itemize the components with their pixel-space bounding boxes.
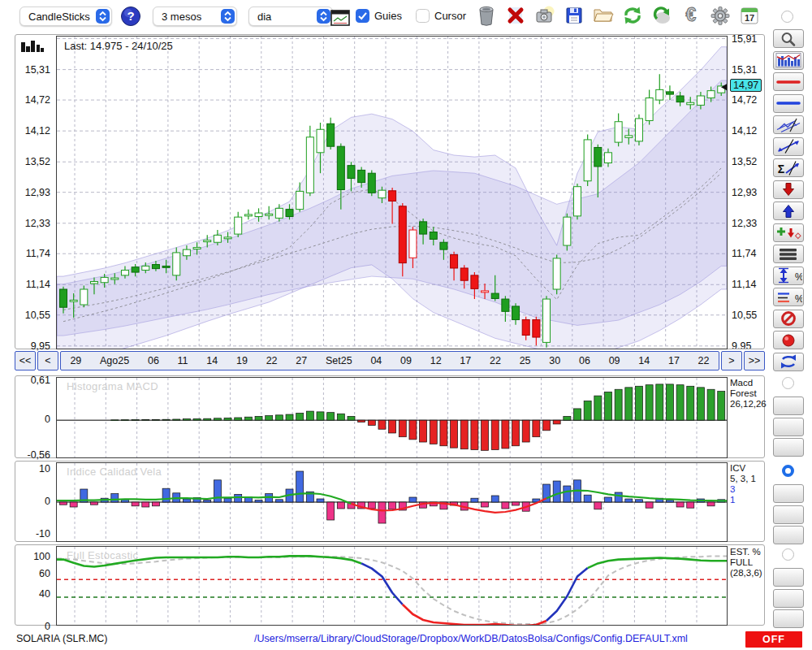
date-tick: 12: [430, 355, 442, 366]
record-button[interactable]: [773, 331, 804, 349]
price-tick: 11,74: [26, 248, 50, 259]
zoom-button[interactable]: [773, 29, 804, 48]
price-tick: 14,12: [732, 125, 757, 136]
price-tick: 14,72: [25, 94, 50, 106]
price-chart[interactable]: Last: 14.975 - 24/10/25: [56, 36, 728, 349]
stoch-signals-button[interactable]: [773, 568, 804, 587]
icv-chart[interactable]: Indice Calidad Vela: [56, 462, 728, 542]
trendline-button[interactable]: [773, 137, 804, 156]
euro-icon: €: [681, 6, 701, 25]
euro-button[interactable]: €: [680, 4, 702, 27]
date-tick: 09: [609, 355, 620, 366]
settings-icon: [710, 6, 731, 26]
snapshot-icon: [534, 6, 555, 25]
price-tick: 9,95: [732, 340, 751, 349]
range-percent-button[interactable]: %: [773, 266, 804, 285]
stochastic-settings-label: EST. % FULL (28,3,6): [730, 547, 762, 578]
macd-panel-radio[interactable]: [782, 377, 794, 389]
date-tick: 17: [668, 355, 680, 366]
guies-checkbox[interactable]: Guies: [356, 9, 402, 23]
macd-curves-button[interactable]: [773, 438, 804, 457]
guies-label: Guies: [374, 10, 402, 22]
date-tick: 11: [178, 355, 188, 366]
stochastic-watermark: Full Estocastic: [67, 549, 138, 561]
macd-lines-percent-button[interactable]: [773, 418, 804, 436]
blue-line-icon: [775, 95, 802, 111]
help-button[interactable]: ?: [120, 6, 141, 27]
macd-signals-button[interactable]: [773, 396, 804, 415]
icv-tick: 10: [39, 463, 50, 474]
scroll-end-button[interactable]: >>: [744, 351, 765, 370]
volume-chart-button[interactable]: [773, 51, 804, 70]
record-icon: [775, 332, 802, 349]
delete-button[interactable]: [504, 4, 526, 27]
toolbar: CandleSticks ? 3 mesos dia: [0, 0, 812, 32]
zoom-icon: [775, 31, 802, 47]
chart-type-select[interactable]: CandleSticks: [19, 6, 112, 26]
date-tick: 22: [490, 355, 501, 366]
cursor-checkbox[interactable]: Cursor: [416, 9, 466, 23]
symbol-label: SOLARIA (SLR.MC): [16, 633, 108, 644]
stochastic-chart[interactable]: Full Estocastic: [56, 546, 728, 626]
levels-button[interactable]: [773, 245, 804, 263]
scroll-left-button[interactable]: <: [37, 351, 58, 370]
stoch-panel-radio[interactable]: [782, 548, 794, 561]
lines-percent-button[interactable]: %: [773, 288, 804, 306]
price-tick: 11,14: [26, 279, 50, 290]
refresh-blue-button[interactable]: [773, 353, 804, 371]
price-tick: 12,33: [25, 218, 50, 229]
date-axis[interactable]: 29Ago25061114192227Set250409121722253006…: [60, 351, 719, 370]
price-tick: 9,95: [31, 340, 50, 352]
add-signals-icon: [775, 224, 802, 240]
icv-curves-button[interactable]: [773, 526, 804, 544]
stochastic-panel: 10060400 Full Estocastic EST. % FULL (28…: [15, 544, 765, 626]
add-signals-button[interactable]: [773, 223, 804, 242]
disable-button[interactable]: [773, 310, 804, 328]
stochastic-axis: 10060400: [15, 545, 55, 625]
off-toggle-button[interactable]: OFF: [745, 631, 802, 648]
config-path-link[interactable]: /Users/mserra/Library/CloudStorage/Dropb…: [203, 633, 739, 644]
svg-text:%: %: [795, 271, 802, 283]
arrow-up-button[interactable]: [773, 202, 804, 220]
date-tick: 09: [400, 355, 412, 366]
stoch-curves-button[interactable]: [773, 609, 804, 628]
sync-button[interactable]: [650, 4, 672, 27]
sum-trendline-button[interactable]: Σ: [773, 158, 804, 177]
arrow-down-icon: [775, 181, 802, 197]
blue-line-button[interactable]: [773, 94, 804, 113]
toolbar-radio[interactable]: [781, 11, 793, 23]
interval-value: dia: [257, 11, 271, 23]
scroll-start-button[interactable]: <<: [15, 351, 36, 370]
snapshot-button[interactable]: [533, 4, 555, 27]
scroll-right-button[interactable]: >: [721, 351, 742, 370]
macd-chart[interactable]: Histograma MACD: [56, 377, 728, 458]
calendar-button[interactable]: 17: [738, 4, 760, 27]
icv-signals-button[interactable]: [773, 484, 804, 503]
macd-watermark: Histograma MACD: [67, 380, 158, 392]
settings-button[interactable]: [709, 4, 731, 27]
icv-panel-radio[interactable]: [782, 465, 794, 477]
open-button[interactable]: [592, 4, 614, 27]
trash-button[interactable]: [475, 4, 497, 27]
price-tick: 12,93: [25, 187, 50, 198]
macd-tick: 0: [45, 414, 50, 425]
date-tick: 29: [70, 355, 81, 366]
help-icon: ?: [120, 6, 141, 27]
icv-lines-percent-button[interactable]: [773, 505, 804, 524]
period-select[interactable]: 3 mesos: [153, 6, 237, 26]
price-tick: 13,52: [25, 156, 50, 167]
save-button[interactable]: [563, 4, 585, 27]
channel-button[interactable]: [773, 115, 804, 134]
checkbox-unchecked-icon: [416, 9, 430, 23]
refresh-icon: [622, 6, 643, 25]
red-line-button[interactable]: [773, 72, 804, 91]
chart-window-button[interactable]: [329, 6, 351, 29]
interval-select[interactable]: dia: [248, 6, 333, 26]
stoch-lines-percent-button[interactable]: [773, 589, 804, 608]
refresh-button[interactable]: [621, 4, 643, 27]
arrow-down-button[interactable]: [773, 180, 804, 199]
icv-tick: 0: [45, 496, 50, 507]
volume-chart-icon: [775, 52, 802, 68]
toolbar-icon-group: €17: [475, 4, 760, 27]
main-chart-panel: 15,3114,7214,1213,5212,9312,3311,7411,14…: [15, 34, 765, 349]
